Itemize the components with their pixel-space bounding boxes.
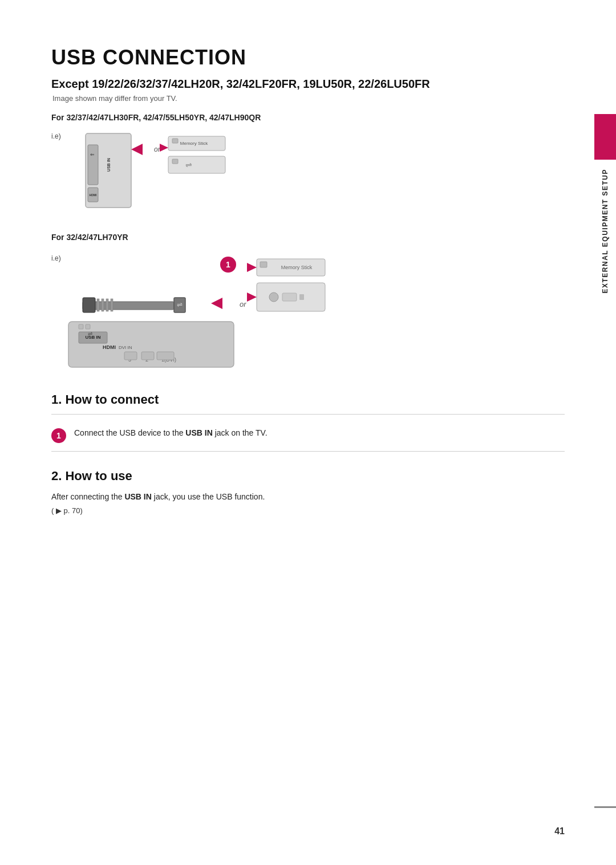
diagram2-svg: ⇌ 1 or Memory Stick xyxy=(51,247,485,373)
svg-rect-15 xyxy=(97,299,99,311)
svg-rect-1 xyxy=(88,145,98,185)
image-note: Image shown may differ from your TV. xyxy=(52,94,565,103)
svg-rect-30 xyxy=(282,293,297,301)
divider-top xyxy=(51,414,565,415)
svg-text:⇌: ⇌ xyxy=(185,160,192,169)
for-label-1: For 32/37/42/47LH30FR, 42/47/55LH50YR, 4… xyxy=(51,113,565,122)
svg-rect-13 xyxy=(83,302,174,310)
svg-text:DVI IN: DVI IN xyxy=(119,345,132,350)
page-number: 41 xyxy=(554,826,565,836)
for-label-2: For 32/42/47LH70YR xyxy=(51,233,565,242)
svg-text:HDMI: HDMI xyxy=(90,193,97,197)
sidebar-line-bottom xyxy=(594,806,616,808)
svg-rect-10 xyxy=(168,156,225,173)
svg-text:HDMI: HDMI xyxy=(103,344,116,350)
pink-arrow-2 xyxy=(160,144,168,152)
svg-rect-34 xyxy=(68,322,234,367)
svg-rect-26 xyxy=(260,262,267,267)
how-to-use-text: After connecting the USB IN jack, you us… xyxy=(51,490,565,503)
svg-text:USB IN: USB IN xyxy=(107,158,111,172)
svg-text:Memory Stick: Memory Stick xyxy=(281,265,313,270)
step1-text: Connect the USB device to the USB IN jac… xyxy=(74,427,268,439)
step1-circle: 1 xyxy=(51,428,66,443)
ie-label-1: i.e) xyxy=(51,132,61,140)
svg-rect-46 xyxy=(79,324,83,329)
section2-title: 2. How to use xyxy=(51,469,565,484)
svg-text:⇌: ⇌ xyxy=(177,300,183,308)
svg-rect-47 xyxy=(86,324,90,329)
svg-rect-16 xyxy=(102,299,104,311)
svg-rect-8 xyxy=(172,139,178,143)
page-ref: ( ▶ p. 70) xyxy=(51,506,565,515)
svg-text:⇐: ⇐ xyxy=(90,152,95,157)
sidebar-tab: EXTERNAL EQUIPMENT SETUP xyxy=(594,114,616,293)
svg-rect-17 xyxy=(106,299,108,311)
section1-title: 1. How to connect xyxy=(51,392,565,407)
svg-marker-33 xyxy=(247,293,257,302)
svg-rect-43 xyxy=(124,352,137,360)
svg-rect-18 xyxy=(111,299,113,311)
svg-rect-44 xyxy=(141,352,154,360)
svg-rect-14 xyxy=(83,298,95,312)
sidebar-accent xyxy=(594,114,616,160)
svg-rect-31 xyxy=(299,294,304,300)
diagram2-container: i.e) ⇌ 1 or M xyxy=(51,247,565,375)
diagram1-svg: USB IN ⇐ HDMI or Memory Stick ⇌ xyxy=(80,128,319,219)
svg-text:1: 1 xyxy=(226,260,230,269)
svg-text:or: or xyxy=(240,300,246,308)
main-title: USB CONNECTION xyxy=(51,46,565,70)
subtitle: Except 19/22/26/32/37/42LH20R, 32/42LF20… xyxy=(51,78,565,91)
svg-text:⇌: ⇌ xyxy=(88,331,92,337)
svg-rect-45 xyxy=(157,352,174,360)
svg-text:Memory Stick: Memory Stick xyxy=(180,141,208,146)
ie-label-2: i.e) xyxy=(51,254,61,262)
step1-row: 1 Connect the USB device to the USB IN j… xyxy=(51,419,565,452)
svg-marker-23 xyxy=(211,298,222,309)
svg-marker-32 xyxy=(247,263,257,272)
page: EXTERNAL EQUIPMENT SETUP USB CONNECTION … xyxy=(0,0,616,865)
pink-arrow-1 xyxy=(131,144,143,155)
diagram1-container: i.e) USB IN ⇐ HDMI or Memory Stic xyxy=(51,128,565,221)
sidebar-label: EXTERNAL EQUIPMENT SETUP xyxy=(601,169,609,293)
svg-point-29 xyxy=(269,293,278,302)
svg-rect-11 xyxy=(172,159,178,164)
svg-text:or: or xyxy=(154,145,161,153)
